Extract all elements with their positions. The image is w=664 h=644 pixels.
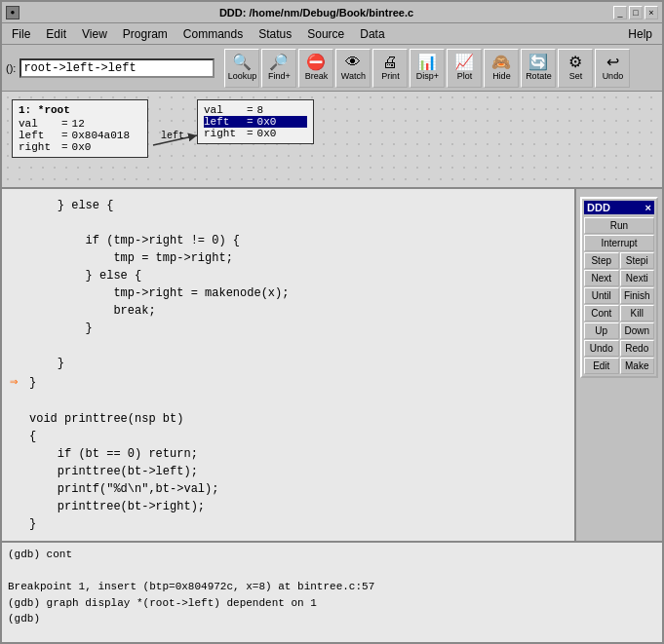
console-line-1: (gdb) cont <box>8 547 656 563</box>
undo-icon: ↩ <box>606 55 619 70</box>
menu-items: File Edit View Program Commands Status S… <box>6 26 391 42</box>
minimize-button[interactable]: _ <box>613 6 627 19</box>
code-line-18: printtree(bt->right); <box>10 498 566 515</box>
disp-icon: 📊 <box>417 55 437 70</box>
find-icon: 🔎 <box>269 55 289 70</box>
arrow-label-left: left <box>161 131 184 141</box>
code-line-6: tmp->right = makenode(x); <box>10 284 566 302</box>
left-child-node[interactable]: val = 8 left = 0x0 right = 0x0 <box>197 99 314 144</box>
menu-program[interactable]: Program <box>117 26 174 42</box>
command-label: (): <box>6 62 16 74</box>
cont-row: Cont Kill <box>584 305 654 322</box>
root-node-row-left: left = 0x804a018 <box>19 130 141 141</box>
next-button[interactable]: Next <box>584 270 619 286</box>
up-row: Up Down <box>584 322 654 339</box>
disp-label: Disp+ <box>416 71 439 81</box>
menu-status[interactable]: Status <box>253 26 297 42</box>
root-node-row-val: val = 12 <box>19 118 141 130</box>
code-line-12 <box>10 393 566 410</box>
ddd-close-icon[interactable]: × <box>645 202 651 213</box>
break-button[interactable]: ⛔ Break <box>298 49 333 88</box>
console-area[interactable]: (gdb) cont Breakpoint 1, insert (btp=0x8… <box>2 541 662 644</box>
code-area[interactable]: } else { if (tmp->right != 0) { tmp = tm… <box>2 189 576 541</box>
console-line-3: Breakpoint 1, insert (btp=0x804972c, x=8… <box>8 579 656 595</box>
left-child-row-val: val = 8 <box>204 104 307 116</box>
console-line-5: (gdb) <box>8 611 656 627</box>
break-icon: ⛔ <box>306 55 326 70</box>
ddd-panel: DDD × Run Interrupt Step Stepi Next Next… <box>580 197 658 378</box>
menu-view[interactable]: View <box>76 26 113 42</box>
watch-icon: 👁 <box>345 55 361 70</box>
menu-help[interactable]: Help <box>622 26 658 42</box>
undo-row: Undo Redo <box>584 340 654 357</box>
nexti-button[interactable]: Nexti <box>620 270 655 286</box>
window-title: DDD: /home/nm/Debug/Book/bintree.c <box>219 7 413 19</box>
code-line-15: if (bt == 0) return; <box>10 445 566 463</box>
code-line-1: } else { <box>10 197 566 214</box>
code-line-9 <box>10 337 566 355</box>
make-button[interactable]: Make <box>620 358 655 374</box>
edit-button[interactable]: Edit <box>584 358 619 374</box>
command-input[interactable] <box>20 58 215 78</box>
menu-commands[interactable]: Commands <box>177 26 249 42</box>
command-input-area: (): <box>6 58 215 78</box>
menu-source[interactable]: Source <box>301 26 350 42</box>
code-line-3: if (tmp->right != 0) { <box>10 232 566 249</box>
maximize-button[interactable]: □ <box>629 6 643 19</box>
toolbar-buttons: 🔍 Lookup 🔎 Find+ ⛔ Break 👁 Watch 🖨 Print… <box>224 49 630 88</box>
watch-button[interactable]: 👁 Watch <box>335 49 371 88</box>
redo-button[interactable]: Redo <box>620 340 655 357</box>
console-line-2 <box>8 563 656 580</box>
print-icon: 🖨 <box>382 55 398 70</box>
print-button[interactable]: 🖨 Print <box>372 49 408 88</box>
kill-button[interactable]: Kill <box>620 305 655 322</box>
up-button[interactable]: Up <box>584 322 619 339</box>
down-button[interactable]: Down <box>620 322 655 339</box>
hide-label: Hide <box>492 71 511 81</box>
edit-row: Edit Make <box>584 358 654 374</box>
undo-ddd-button[interactable]: Undo <box>584 340 619 357</box>
stepi-button[interactable]: Stepi <box>620 252 655 269</box>
code-line-10: } <box>10 355 566 372</box>
lookup-label: Lookup <box>228 71 257 81</box>
menu-data[interactable]: Data <box>354 26 390 42</box>
middle-area: } else { if (tmp->right != 0) { tmp = tm… <box>2 189 662 541</box>
undo-button[interactable]: ↩ Undo <box>595 49 630 88</box>
finish-button[interactable]: Finish <box>620 287 655 304</box>
until-button[interactable]: Until <box>584 287 619 304</box>
disp-button[interactable]: 📊 Disp+ <box>410 49 445 88</box>
plot-icon: 📈 <box>454 55 474 70</box>
interrupt-button[interactable]: Interrupt <box>584 235 654 251</box>
cont-button[interactable]: Cont <box>584 305 619 322</box>
menu-edit[interactable]: Edit <box>40 26 72 42</box>
hide-button[interactable]: 🙈 Hide <box>484 49 519 88</box>
root-node[interactable]: 1: *root val = 12 left = 0x804a018 right… <box>12 99 148 158</box>
lookup-button[interactable]: 🔍 Lookup <box>224 49 259 88</box>
menu-file[interactable]: File <box>6 26 36 42</box>
plot-label: Plot <box>457 71 473 81</box>
title-bar: ● DDD: /home/nm/Debug/Book/bintree.c _ □… <box>2 2 662 23</box>
left-child-row-right: right = 0x0 <box>204 128 307 139</box>
code-line-4: tmp = tmp->right; <box>10 249 566 267</box>
plot-button[interactable]: 📈 Plot <box>447 49 482 88</box>
rotate-button[interactable]: 🔄 Rotate <box>521 49 556 88</box>
root-node-row-right: right = 0x0 <box>19 141 141 153</box>
step-button[interactable]: Step <box>584 252 619 269</box>
step-row: Step Stepi <box>584 252 654 269</box>
watch-label: Watch <box>341 71 366 81</box>
data-display-area: 1: *root val = 12 left = 0x804a018 right… <box>2 92 662 189</box>
close-button[interactable]: × <box>644 6 658 19</box>
code-line-14: { <box>10 428 566 445</box>
set-button[interactable]: ⚙ Set <box>558 49 593 88</box>
toolbar: (): 🔍 Lookup 🔎 Find+ ⛔ Break 👁 Watch 🖨 P… <box>2 45 662 92</box>
code-line-2 <box>10 214 566 232</box>
console-line-4: (gdb) graph display *(root->left) depend… <box>8 595 656 612</box>
find-button[interactable]: 🔎 Find+ <box>261 49 296 88</box>
rotate-label: Rotate <box>526 71 552 81</box>
code-line-11: ⇒ } <box>10 372 566 393</box>
window-icon: ● <box>6 6 20 19</box>
left-child-row-left: left = 0x0 <box>204 116 307 128</box>
rotate-icon: 🔄 <box>528 55 548 70</box>
code-line-16: printtree(bt->left); <box>10 463 566 480</box>
run-button[interactable]: Run <box>584 217 654 234</box>
